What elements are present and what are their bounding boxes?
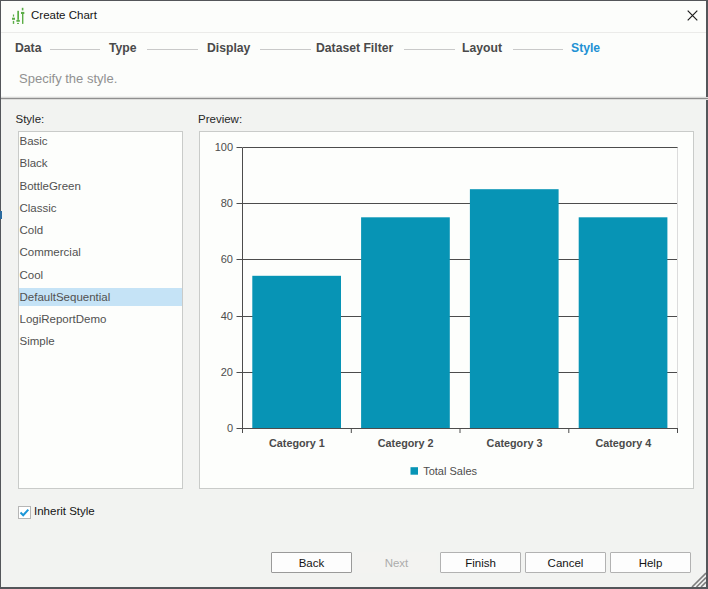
svg-text:20: 20 [221, 366, 233, 378]
svg-text:60: 60 [221, 253, 233, 265]
svg-text:100: 100 [215, 141, 233, 153]
svg-text:Category 4: Category 4 [595, 437, 651, 449]
svg-text:Category 3: Category 3 [487, 437, 543, 449]
svg-text:80: 80 [221, 197, 233, 209]
svg-text:Category 2: Category 2 [378, 437, 434, 449]
svg-text:Category 1: Category 1 [269, 437, 325, 449]
svg-text:40: 40 [221, 310, 233, 322]
svg-text:Total Sales: Total Sales [423, 465, 477, 477]
svg-text:0: 0 [227, 422, 233, 434]
